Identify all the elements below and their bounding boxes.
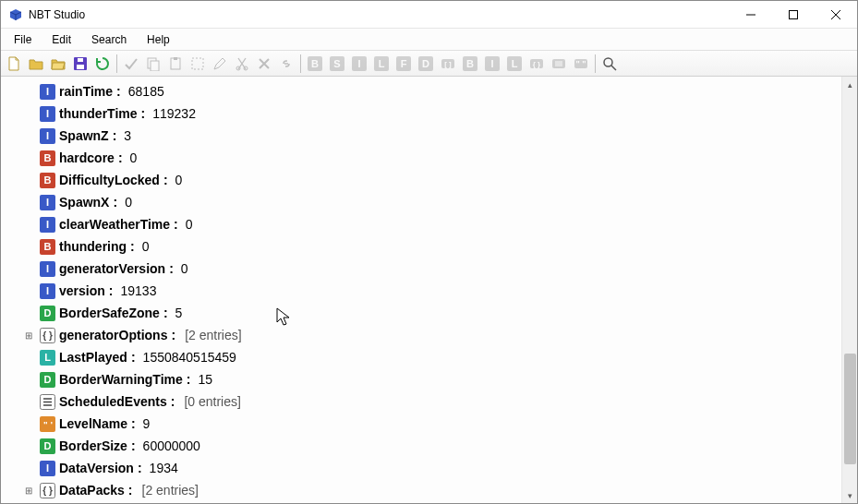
tb-tag-compound[interactable]: { } (526, 54, 547, 74)
tree-row[interactable]: " "LevelName:9 (1, 413, 841, 435)
tree-row[interactable]: IthunderTime:119232 (1, 102, 841, 125)
maximize-button[interactable] (772, 1, 815, 29)
tb-delete[interactable] (254, 54, 274, 74)
tree-row[interactable]: DBorderSize:60000000 (1, 435, 841, 457)
x-icon (257, 56, 272, 71)
tag-key: thunderTime (59, 106, 138, 121)
tb-select[interactable] (187, 54, 208, 74)
scroll-up-arrow[interactable]: ▴ (842, 77, 858, 92)
tree-row[interactable]: ISpawnZ:3 (1, 125, 841, 147)
tb-tag-list[interactable] (549, 54, 569, 74)
tb-tag-string[interactable]: " " (571, 54, 591, 74)
minimize-button[interactable] (730, 1, 772, 29)
tree-row[interactable]: BDifficultyLocked:0 (1, 169, 841, 191)
tb-tag-int[interactable]: I (349, 54, 369, 74)
tb-tag-larr[interactable]: L (504, 54, 525, 74)
colon: : (171, 328, 175, 342)
tb-link[interactable] (276, 54, 296, 74)
tb-tag-byte[interactable]: B (305, 54, 325, 74)
double-tag-icon: D (40, 306, 55, 321)
tree-row[interactable]: LLastPlayed:1550840515459 (1, 346, 841, 368)
tree-row[interactable]: DBorderWarningTime:15 (1, 368, 841, 390)
tree-row[interactable]: ScheduledEvents:[0 entries] (1, 390, 841, 413)
tb-tag-bytearray[interactable]: [ ] (438, 54, 458, 74)
tb-tag-short[interactable]: S (327, 54, 347, 74)
byte-tag-icon: B (40, 173, 55, 188)
svg-text:[ ]: [ ] (444, 60, 452, 68)
tree-row[interactable]: DBorderSafeZone:5 (1, 302, 841, 324)
tb-search[interactable] (599, 54, 620, 74)
tree-row[interactable]: ⊞{ }generatorOptions:[2 entries] (1, 324, 841, 346)
tag-key: hardcore (59, 150, 115, 165)
svg-text:" ": " " (43, 419, 53, 429)
string-icon: " " (574, 56, 588, 71)
byte-tag-icon: B (40, 239, 55, 255)
tb-tag-barr[interactable]: B (460, 54, 480, 74)
tb-tag-float[interactable]: F (393, 54, 414, 74)
tag-value: 15 (198, 372, 212, 387)
int-tag-icon: I (40, 283, 55, 299)
scroll-down-arrow[interactable]: ▾ (842, 487, 858, 503)
colon: : (174, 217, 178, 232)
nbt-tree[interactable]: IrainTime:68185IthunderTime:119232ISpawn… (1, 77, 841, 503)
colon: : (138, 461, 142, 475)
tb-save[interactable] (70, 54, 91, 74)
menubar: File Edit Search Help (1, 29, 857, 51)
menu-search[interactable]: Search (82, 31, 136, 48)
close-button[interactable] (815, 1, 857, 29)
bytearray-icon: [ ] (441, 56, 455, 71)
toolbar-separator (300, 54, 301, 73)
save-icon (73, 56, 88, 71)
list-tag-icon (40, 394, 55, 410)
compound-icon: { } (529, 56, 544, 71)
tag-value: 119232 (152, 106, 196, 121)
list-icon (551, 56, 566, 71)
tb-tag-double[interactable]: D (416, 54, 436, 74)
svg-rect-3 (78, 58, 83, 62)
refresh-icon (95, 56, 110, 71)
tb-paste[interactable] (165, 54, 186, 74)
tag-key: SpawnZ (59, 128, 109, 143)
tree-row[interactable]: ⊞{ }DataPacks:[2 entries] (1, 479, 841, 501)
tree-row[interactable]: IclearWeatherTime:0 (1, 213, 841, 235)
tb-new-file[interactable] (4, 54, 24, 74)
int-tag-icon: I (40, 106, 55, 122)
vertical-scrollbar[interactable]: ▴ ▾ (841, 77, 857, 503)
tree-row[interactable]: IrainTime:68185 (1, 80, 841, 102)
tree-row[interactable]: IDataVersion:1934 (1, 457, 841, 479)
menu-file[interactable]: File (5, 31, 41, 48)
tree-row[interactable]: Bthundering:0 (1, 235, 841, 258)
tree-row[interactable]: IgeneratorVersion:0 (1, 258, 841, 280)
tag-key: thundering (59, 239, 127, 254)
svg-rect-8 (192, 58, 203, 69)
menu-help[interactable]: Help (138, 31, 179, 48)
tb-open-folder[interactable] (26, 54, 46, 74)
tag-value: 9 (143, 416, 151, 431)
toolbar: B S I L F D [ ] B I L { } " " (1, 51, 857, 77)
tb-copy[interactable] (143, 54, 163, 74)
expand-icon[interactable]: ⊞ (23, 485, 34, 496)
colon: : (141, 106, 146, 121)
tb-tag-long[interactable]: L (371, 54, 392, 74)
expand-icon[interactable]: ⊞ (23, 330, 34, 341)
tree-row[interactable]: Bhardcore:0 (1, 147, 841, 169)
colon: : (130, 239, 135, 254)
tag-key: BorderWarningTime (59, 372, 183, 387)
byte-tag-icon: B (40, 150, 55, 166)
tree-row[interactable]: Iversion:19133 (1, 280, 841, 302)
tb-check[interactable] (121, 54, 141, 74)
menu-edit[interactable]: Edit (42, 31, 80, 48)
titlebar: NBT Studio (1, 1, 857, 29)
tb-tag-iarr[interactable]: I (482, 54, 502, 74)
content: IrainTime:68185IthunderTime:119232ISpawn… (1, 77, 857, 503)
tree-row[interactable]: ISpawnX:0 (1, 191, 841, 213)
scroll-thumb[interactable] (844, 354, 856, 464)
colon: : (163, 173, 168, 187)
tb-pencil[interactable] (210, 54, 230, 74)
tb-refresh[interactable] (92, 54, 113, 74)
tb-cut[interactable] (232, 54, 252, 74)
tag-value: 0 (130, 150, 138, 165)
tb-open-folder-alt[interactable] (48, 54, 68, 74)
tag-key: DataPacks (59, 483, 125, 498)
cut-icon (235, 56, 249, 71)
